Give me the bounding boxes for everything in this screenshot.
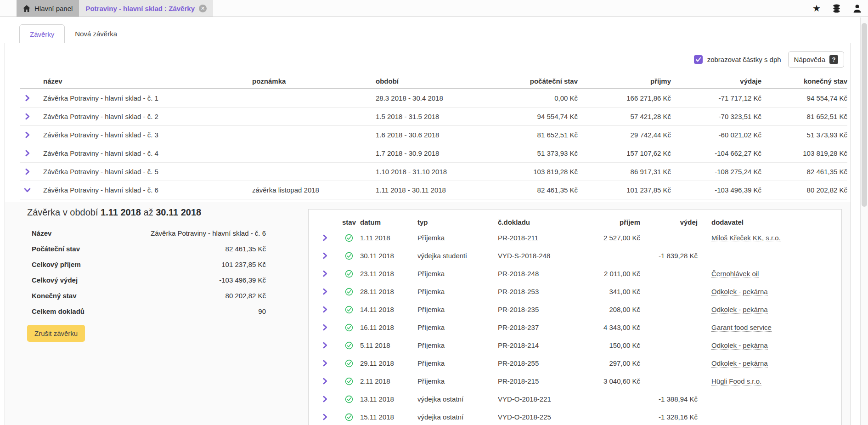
header-vydaje[interactable]: výdaje xyxy=(671,77,761,85)
supplier-link[interactable]: Odkolek - pekárna xyxy=(711,341,768,350)
document-row[interactable]: 15.11 2018výdejka ostatníVYD-O-2018-225-… xyxy=(309,408,841,425)
header-poznamka[interactable]: poznámka xyxy=(252,77,376,85)
supplier-link[interactable]: Garant food service xyxy=(711,323,772,332)
supplier-link[interactable]: Miloš Křeček KK, s.r.o. xyxy=(711,234,781,242)
chevron-right-icon[interactable] xyxy=(321,270,338,277)
chevron-right-icon[interactable] xyxy=(321,252,338,259)
documents-table-header: stav datum typ č.dokladu příjem výdej do… xyxy=(309,215,841,229)
vat-checkbox-group[interactable]: zobrazovat částky s dph xyxy=(694,55,781,64)
header-prijem[interactable]: příjem xyxy=(581,218,640,226)
closing-name-cell: Závěrka Potraviny - hlavní sklad - č. 5 xyxy=(43,168,252,176)
closing-opening-cell: 0,00 Kč xyxy=(486,94,578,102)
chevron-right-icon[interactable] xyxy=(20,131,43,138)
supplier-link[interactable]: Černohlávek oil xyxy=(711,270,759,278)
document-date-cell: 16.11 2018 xyxy=(360,323,417,331)
document-type-cell: Příjemka xyxy=(417,359,498,367)
tab-zaverky[interactable]: Závěrky xyxy=(19,24,65,43)
document-expense-cell: -1 839,28 Kč xyxy=(640,252,698,260)
tab-zaverky-label: Závěrky xyxy=(30,30,54,38)
status-check-icon xyxy=(338,323,360,332)
document-row[interactable]: 23.11 2018PříjemkaPR-2018-2482 011,00 Kč… xyxy=(309,265,841,283)
header-pocatecni-stav[interactable]: počáteční stav xyxy=(486,77,578,85)
header-datum[interactable]: datum xyxy=(360,218,417,226)
chevron-right-icon[interactable] xyxy=(20,168,43,175)
document-row[interactable]: 2.11 2018PříjemkaPR-2018-2153 040,60 KčH… xyxy=(309,372,841,390)
chevron-down-icon[interactable] xyxy=(20,187,43,193)
header-nazev[interactable]: název xyxy=(43,77,252,85)
cancel-closing-button[interactable]: Zrušit závěrku xyxy=(27,325,85,342)
chevron-right-icon[interactable] xyxy=(321,234,338,241)
summary-field-row: NázevZávěrka Potraviny - hlavní sklad - … xyxy=(27,225,266,241)
header-c-dokladu[interactable]: č.dokladu xyxy=(498,218,581,226)
chevron-right-icon[interactable] xyxy=(20,150,43,157)
summary-field-label: Konečný stav xyxy=(32,292,77,300)
chevron-right-icon[interactable] xyxy=(321,360,338,367)
supplier-link[interactable]: Hügli Food s.r.o. xyxy=(711,377,761,385)
tab-hlavni-panel[interactable]: Hlavní panel xyxy=(17,0,79,17)
header-typ[interactable]: typ xyxy=(417,218,498,226)
closing-closing-cell: 80 202,82 Kč xyxy=(761,186,847,194)
header-prijmy[interactable]: příjmy xyxy=(578,77,671,85)
document-number-cell: PR-2018-253 xyxy=(498,288,581,295)
help-button[interactable]: Nápověda ? xyxy=(788,51,844,68)
document-row[interactable]: 28.11 2018PříjemkaPR-2018-253341,00 KčOd… xyxy=(309,283,841,300)
document-type-cell: Příjemka xyxy=(417,234,498,242)
supplier-link[interactable]: Odkolek - pekárna xyxy=(711,288,768,296)
documents-table-body: 1.11 2018PříjemkaPR-2018-2112 527,00 KčM… xyxy=(309,229,841,425)
tab-potraviny-zaverky-label: Potraviny - hlavní sklad : Závěrky xyxy=(85,5,195,12)
document-row[interactable]: 16.11 2018PříjemkaPR-2018-2374 343,00 Kč… xyxy=(309,318,841,336)
closing-row[interactable]: Závěrka Potraviny - hlavní sklad - č. 41… xyxy=(20,144,847,163)
detail-date-from: 1.11 2018 xyxy=(101,207,141,217)
document-supplier-cell: Garant food service xyxy=(698,323,841,331)
user-icon[interactable] xyxy=(852,4,862,13)
document-income-cell: 2 011,00 Kč xyxy=(581,270,640,278)
closing-income-cell: 101 237,85 Kč xyxy=(578,186,671,194)
chevron-right-icon[interactable] xyxy=(321,342,338,349)
closing-row[interactable]: Závěrka Potraviny - hlavní sklad - č. 31… xyxy=(20,126,847,144)
chevron-right-icon[interactable] xyxy=(321,414,338,420)
status-check-icon xyxy=(338,395,360,403)
closing-name-cell: Závěrka Potraviny - hlavní sklad - č. 4 xyxy=(43,149,252,157)
document-date-cell: 14.11 2018 xyxy=(360,306,417,313)
vat-checkbox[interactable] xyxy=(694,55,703,64)
document-row[interactable]: 1.11 2018PříjemkaPR-2018-2112 527,00 KčM… xyxy=(309,229,841,247)
vertical-scrollbar[interactable] xyxy=(860,17,868,425)
closing-name-cell: Závěrka Potraviny - hlavní sklad - č. 3 xyxy=(43,131,252,139)
close-icon[interactable]: ✕ xyxy=(199,5,207,12)
document-number-cell: PR-2018-214 xyxy=(498,341,581,349)
chevron-right-icon[interactable] xyxy=(20,113,43,120)
header-vydej[interactable]: výdej xyxy=(640,218,698,226)
document-row[interactable]: 13.11 2018výdejka ostatníVYD-O-2018-221-… xyxy=(309,390,841,408)
document-row[interactable]: 5.11 2018PříjemkaPR-2018-214150,00 KčOdk… xyxy=(309,336,841,354)
document-date-cell: 2.11 2018 xyxy=(360,377,417,385)
header-konecny-stav[interactable]: konečný stav xyxy=(761,77,847,85)
database-icon[interactable] xyxy=(832,4,841,13)
supplier-link[interactable]: Odkolek - pekárna xyxy=(711,306,768,314)
supplier-link[interactable]: Odkolek - pekárna xyxy=(711,359,768,368)
closing-opening-cell: 81 652,51 Kč xyxy=(486,131,578,139)
document-row[interactable]: 14.11 2018PříjemkaPR-2018-235208,00 KčOd… xyxy=(309,300,841,318)
header-obdobi[interactable]: období xyxy=(376,77,486,85)
closing-row[interactable]: Závěrka Potraviny - hlavní sklad - č. 6z… xyxy=(20,181,847,199)
scrollbar-thumb[interactable] xyxy=(862,23,867,207)
tab-nova-zaverka[interactable]: Nová závěrka xyxy=(65,24,127,43)
document-row[interactable]: 29.11 2018PříjemkaPR-2018-255297,00 KčOd… xyxy=(309,354,841,372)
tab-potraviny-zaverky[interactable]: Potraviny - hlavní sklad : Závěrky ✕ xyxy=(79,0,213,17)
top-tab-bar: Hlavní panel Potraviny - hlavní sklad : … xyxy=(0,0,868,17)
chevron-right-icon[interactable] xyxy=(321,396,338,402)
closing-row[interactable]: Závěrka Potraviny - hlavní sklad - č. 12… xyxy=(20,89,847,108)
document-number-cell: PR-2018-235 xyxy=(498,306,581,313)
closing-row[interactable]: Závěrka Potraviny - hlavní sklad - č. 51… xyxy=(20,163,847,181)
chevron-right-icon[interactable] xyxy=(321,378,338,385)
closing-detail-title: Závěrka v období 1.11 2018 až 30.11 2018 xyxy=(27,207,266,218)
header-dodavatel[interactable]: dodavatel xyxy=(698,218,841,226)
star-icon[interactable]: ★ xyxy=(812,4,821,13)
document-number-cell: VYD-O-2018-225 xyxy=(498,413,581,421)
chevron-right-icon[interactable] xyxy=(321,306,338,313)
chevron-right-icon[interactable] xyxy=(321,288,338,295)
document-row[interactable]: 30.11 2018výdejka studentiVYD-S-2018-248… xyxy=(309,247,841,265)
header-stav[interactable]: stav xyxy=(338,218,360,226)
chevron-right-icon[interactable] xyxy=(20,95,43,102)
closing-row[interactable]: Závěrka Potraviny - hlavní sklad - č. 21… xyxy=(20,108,847,126)
chevron-right-icon[interactable] xyxy=(321,324,338,331)
